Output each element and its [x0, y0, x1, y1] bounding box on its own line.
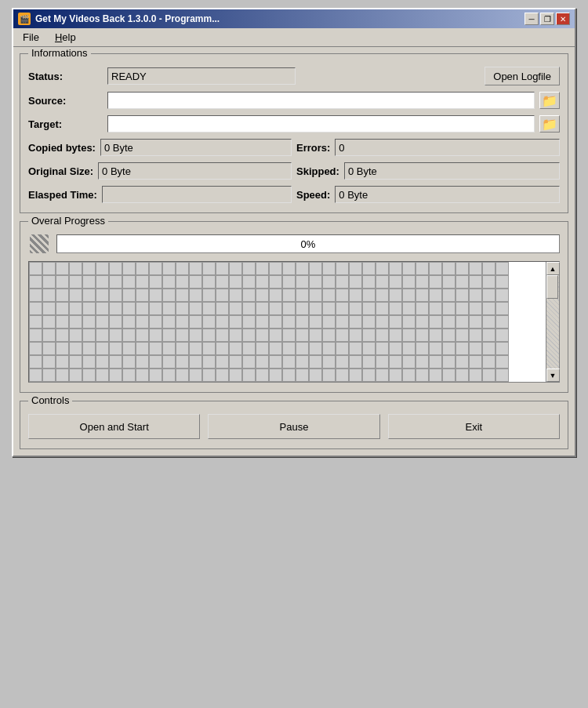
- controls-row: Open and Start Pause Exit: [28, 414, 560, 439]
- speed-label: Speed:: [296, 189, 330, 201]
- elapsed-group: Elasped Time:: [28, 186, 292, 203]
- status-row: Status: Open Logfile: [28, 67, 560, 85]
- scroll-up-button[interactable]: ▲: [546, 262, 560, 275]
- main-window: 🎬 Get My Videos Back 1.3.0.0 - Programm.…: [12, 8, 576, 457]
- progress-section: Overal Progress 0% ▲: [20, 221, 568, 393]
- size-group: Original Size:: [28, 162, 292, 180]
- progress-spinner: [28, 233, 50, 255]
- elapsed-label: Elasped Time:: [28, 189, 97, 201]
- controls-title: Controls: [28, 394, 72, 406]
- progress-title: Overal Progress: [28, 215, 108, 227]
- window-title: Get My Videos Back 1.3.0.0 - Programm...: [35, 13, 220, 24]
- errors-group: Errors:: [296, 139, 560, 156]
- menu-file[interactable]: File: [18, 30, 44, 45]
- progress-row: 0%: [28, 233, 560, 255]
- skipped-input: [344, 162, 560, 180]
- copied-group: Copied bytes:: [28, 139, 292, 156]
- target-input[interactable]: [107, 115, 535, 133]
- exit-button[interactable]: Exit: [388, 414, 560, 439]
- open-and-start-button[interactable]: Open and Start: [28, 414, 200, 439]
- folder-icon: 📁: [542, 93, 557, 108]
- menu-bar: File Help: [13, 28, 575, 47]
- grid-canvas: [29, 262, 546, 382]
- source-label: Source:: [28, 95, 103, 107]
- controls-section: Controls Open and Start Pause Exit: [20, 401, 568, 449]
- target-folder-icon: 📁: [542, 117, 557, 132]
- menu-file-label: File: [23, 31, 39, 43]
- minimize-button[interactable]: ─: [524, 13, 539, 25]
- speed-input: [335, 186, 560, 203]
- status-input: [107, 67, 296, 85]
- window-controls: ─ ❐ ✕: [524, 13, 570, 25]
- main-content: Informations Status: Open Logfile Source…: [13, 47, 575, 456]
- scroll-down-button[interactable]: ▼: [546, 369, 560, 382]
- progress-bar-container: 0%: [56, 234, 560, 253]
- scrollbar: ▲ ▼: [546, 262, 559, 382]
- scroll-track: [546, 275, 559, 369]
- restore-button[interactable]: ❐: [540, 13, 554, 25]
- scroll-thumb[interactable]: [546, 275, 558, 299]
- speed-group: Speed:: [296, 186, 560, 203]
- spinner-icon: [30, 234, 49, 253]
- informations-group: Informations Status: Open Logfile Source…: [20, 53, 568, 213]
- open-logfile-button[interactable]: Open Logfile: [485, 67, 560, 85]
- menu-help[interactable]: Help: [50, 30, 81, 45]
- menu-help-label: Help: [55, 31, 76, 43]
- close-button[interactable]: ✕: [556, 13, 570, 25]
- errors-input: [335, 139, 560, 156]
- elapsed-input: [102, 186, 292, 203]
- copied-label: Copied bytes:: [28, 142, 96, 154]
- original-size-label: Original Size:: [28, 165, 93, 177]
- app-icon: 🎬: [18, 13, 31, 25]
- target-label: Target:: [28, 118, 103, 130]
- target-row: Target: 📁: [28, 115, 560, 133]
- errors-label: Errors:: [296, 142, 330, 154]
- original-size-input: [98, 162, 292, 180]
- copied-input: [100, 139, 292, 156]
- skipped-label: Skipped:: [296, 165, 339, 177]
- skipped-group: Skipped:: [296, 162, 560, 180]
- target-folder-button[interactable]: 📁: [539, 115, 560, 133]
- grid-area: ▲ ▼: [28, 261, 560, 383]
- source-folder-button[interactable]: 📁: [539, 92, 560, 109]
- copied-errors-row: Copied bytes: Errors:: [28, 139, 560, 156]
- size-skipped-row: Original Size: Skipped:: [28, 162, 560, 180]
- pause-button[interactable]: Pause: [208, 414, 379, 439]
- source-input[interactable]: [107, 92, 535, 109]
- progress-bar-text: 0%: [301, 238, 316, 250]
- time-speed-row: Elasped Time: Speed:: [28, 186, 560, 203]
- title-bar-left: 🎬 Get My Videos Back 1.3.0.0 - Programm.…: [18, 13, 220, 25]
- status-label: Status:: [28, 71, 103, 82]
- source-row: Source: 📁: [28, 92, 560, 109]
- title-bar: 🎬 Get My Videos Back 1.3.0.0 - Programm.…: [13, 9, 575, 28]
- informations-title: Informations: [28, 47, 91, 59]
